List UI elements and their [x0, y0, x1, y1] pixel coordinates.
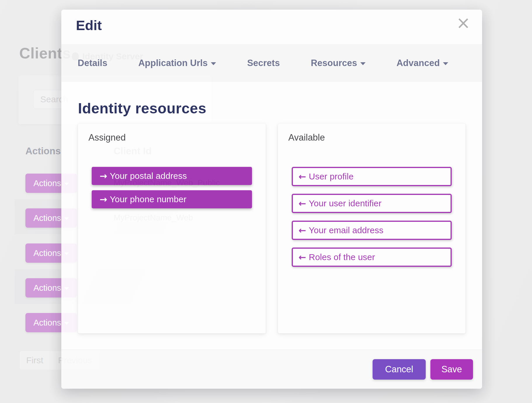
close-icon[interactable]: × [456, 14, 470, 31]
tab-resources[interactable]: Resources [311, 58, 366, 68]
available-item-label: Your user identifier [309, 198, 381, 208]
available-item-user-profile[interactable]: ← User profile [292, 167, 452, 186]
available-item-your-user-identifier[interactable]: ← Your user identifier [292, 194, 452, 213]
modal-tab-bar: Details Application Urls Secrets Resourc… [61, 44, 482, 82]
available-item-your-email-address[interactable]: ← Your email address [292, 221, 452, 240]
edit-modal: Edit × Details Application Urls Secrets … [61, 10, 482, 389]
assigned-item-your-postal-address[interactable]: → Your postal address [92, 167, 252, 185]
available-item-label: User profile [309, 172, 353, 181]
chevron-down-icon [360, 62, 366, 65]
arrow-right-icon: → [100, 195, 107, 204]
tab-application-urls[interactable]: Application Urls [138, 58, 216, 68]
chevron-down-icon [211, 62, 216, 65]
arrow-right-icon: → [100, 172, 107, 181]
available-item-roles-of-the-user[interactable]: ← Roles of the user [292, 248, 452, 267]
assigned-item-label: Your postal address [110, 171, 187, 181]
tab-label: Resources [311, 58, 357, 68]
modal-title: Edit [76, 17, 102, 33]
modal-header: Edit × [61, 10, 482, 44]
chevron-down-icon [443, 62, 448, 65]
assigned-item-your-phone-number[interactable]: → Your phone number [92, 190, 252, 208]
available-panel-title: Available [288, 132, 452, 143]
tab-secrets[interactable]: Secrets [247, 58, 280, 68]
arrow-left-icon: ← [299, 253, 306, 262]
assigned-item-label: Your phone number [110, 194, 186, 204]
assigned-panel: Assigned → Your postal address → Your ph… [78, 124, 266, 333]
assigned-panel-title: Assigned [88, 132, 252, 143]
arrow-left-icon: ← [299, 226, 306, 235]
save-button[interactable]: Save [430, 359, 473, 380]
section-title: Identity resources [78, 100, 465, 117]
modal-body: Identity resources Assigned → Your posta… [61, 100, 482, 333]
tab-label: Application Urls [138, 58, 208, 68]
available-item-label: Roles of the user [309, 252, 375, 262]
tab-details[interactable]: Details [78, 58, 107, 68]
available-panel: Available ← User profile ← Your user ide… [278, 124, 466, 333]
arrow-left-icon: ← [299, 172, 306, 181]
tab-advanced[interactable]: Advanced [397, 58, 448, 68]
modal-footer: Cancel Save [61, 350, 482, 389]
cancel-button[interactable]: Cancel [373, 359, 426, 380]
available-item-label: Your email address [309, 225, 383, 235]
tab-label: Details [78, 58, 107, 68]
tab-label: Advanced [397, 58, 440, 68]
tab-label: Secrets [247, 58, 280, 68]
arrow-left-icon: ← [299, 199, 306, 208]
